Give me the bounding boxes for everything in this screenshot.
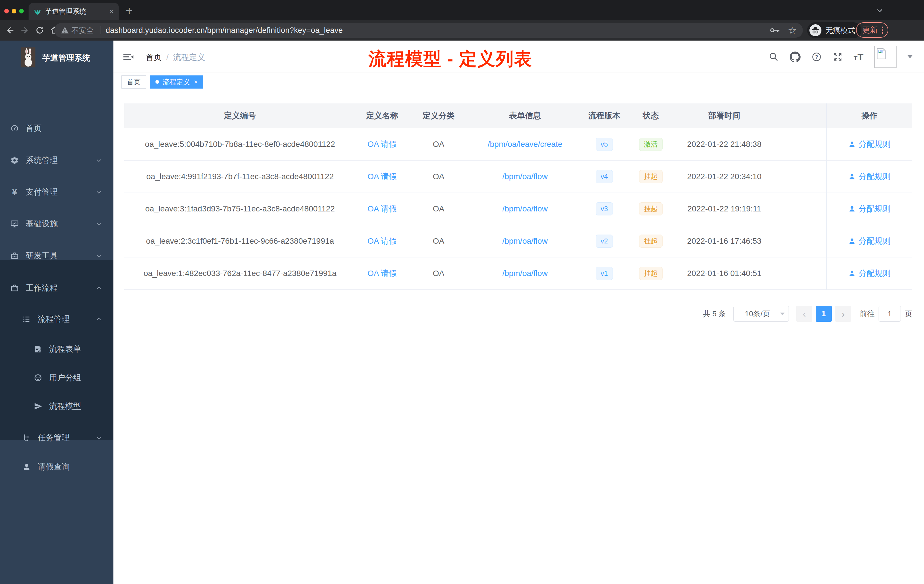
version-badge: v5 (596, 138, 612, 151)
tab-search-chevron-icon[interactable] (875, 6, 884, 15)
assign-rule-link[interactable]: 分配规则 (848, 139, 891, 150)
page-annotation: 流程模型 - 定义列表 (369, 47, 532, 71)
reload-icon[interactable] (35, 25, 45, 35)
sidebar-item-user-group[interactable]: 用户分组 (0, 370, 114, 386)
total-count: 共 5 条 (703, 309, 726, 319)
password-key-icon[interactable] (770, 26, 780, 35)
chevron-down-icon (95, 188, 102, 196)
github-icon[interactable] (790, 51, 800, 62)
col-header-id: 定义编号 (124, 110, 356, 121)
app-header: 首页 / 流程定义 流程模型 - 定义列表 ? TT (114, 41, 924, 73)
sidebar-item-task-management[interactable]: 任务管理 (0, 430, 114, 446)
col-header-deploy-time: 部署时间 (674, 110, 774, 121)
status-badge: 挂起 (639, 234, 663, 248)
help-icon[interactable]: ? (812, 52, 822, 62)
definition-category: OA (433, 204, 444, 213)
window-close-button[interactable] (4, 9, 9, 13)
search-icon[interactable] (769, 52, 779, 62)
chevron-up-icon (95, 284, 102, 292)
window-zoom-button[interactable] (19, 9, 24, 13)
definition-name-link[interactable]: OA 请假 (368, 139, 397, 150)
table-row: oa_leave:1:482ec033-762a-11ec-8477-a2380… (124, 257, 912, 290)
tab-close-icon[interactable]: × (109, 7, 114, 15)
yen-icon: ¥ (10, 188, 19, 196)
sidebar-item-infrastructure[interactable]: 基础设施 (0, 216, 114, 232)
page-size-select[interactable]: 10条/页 (733, 306, 789, 322)
browser-update-button[interactable]: 更新 (856, 22, 888, 38)
deploy-time: 2022-01-22 19:19:11 (687, 204, 761, 213)
tag-close-icon[interactable]: × (194, 78, 198, 86)
browser-tab[interactable]: 芋道管理系统 × (28, 3, 119, 20)
avatar-dropdown-caret-icon[interactable] (908, 55, 912, 58)
form-link[interactable]: /bpm/oa/flow (502, 204, 548, 213)
table-row: oa_leave:3:1fad3d93-7b75-11ec-a3c8-acde4… (124, 193, 912, 225)
url-text[interactable]: dashboard.yudao.iocoder.cn/bpm/manager/d… (106, 26, 343, 35)
col-header-category: 定义分类 (409, 110, 469, 121)
tag-home[interactable]: 首页 (121, 76, 146, 89)
goto-page-input[interactable] (879, 306, 901, 322)
version-badge: v1 (596, 267, 612, 280)
status-badge: 挂起 (639, 202, 663, 216)
definition-name-link[interactable]: OA 请假 (368, 171, 397, 182)
tag-process-definition[interactable]: 流程定义 × (150, 76, 203, 89)
definition-name-link[interactable]: OA 请假 (368, 236, 397, 247)
sidebar-item-process-model[interactable]: 流程模型 (0, 398, 114, 414)
definition-name-link[interactable]: OA 请假 (368, 203, 397, 214)
update-label[interactable]: 更新 (862, 25, 878, 35)
assign-rule-link[interactable]: 分配规则 (848, 236, 891, 247)
security-label[interactable]: 不安全 (71, 25, 94, 35)
breadcrumb-home[interactable]: 首页 (146, 52, 162, 63)
person-icon (22, 463, 31, 471)
sidebar-item-process-form[interactable]: 流程表单 (0, 341, 114, 357)
browser-menu-kebab-icon[interactable] (882, 26, 883, 34)
sidebar-logo[interactable]: 芋道管理系统 (0, 41, 114, 73)
svg-text:?: ? (815, 54, 818, 60)
user-icon (848, 238, 856, 245)
sidebar-item-leave-query[interactable]: 请假查询 (0, 459, 114, 475)
bookmark-star-icon[interactable]: ☆ (788, 25, 797, 36)
definition-category: OA (433, 269, 444, 278)
form-link[interactable]: /bpm/oa/flow (502, 269, 548, 278)
fullscreen-icon[interactable] (833, 52, 843, 62)
forward-icon[interactable] (20, 25, 30, 35)
user-group-icon (34, 373, 42, 382)
new-tab-button[interactable]: + (126, 4, 133, 18)
sidebar-item-system[interactable]: 系统管理 (0, 152, 114, 168)
definition-category: OA (433, 237, 444, 246)
toolbox-icon (10, 251, 19, 260)
assign-rule-link[interactable]: 分配规则 (848, 268, 891, 279)
tab-title: 芋道管理系统 (45, 7, 109, 16)
definition-category: OA (433, 172, 444, 181)
form-link[interactable]: /bpm/oa/flow (502, 237, 548, 246)
incognito-badge: 无痕模式 (807, 22, 861, 38)
next-page-button[interactable]: › (835, 306, 851, 322)
back-icon[interactable] (5, 25, 15, 35)
address-bar[interactable]: 不安全 dashboard.yudao.iocoder.cn/bpm/manag… (54, 23, 803, 38)
avatar[interactable] (874, 46, 897, 68)
deploy-time: 2022-01-22 20:34:10 (687, 172, 761, 181)
sidebar-item-process-management[interactable]: 流程管理 (0, 311, 114, 327)
definition-name-link[interactable]: OA 请假 (368, 268, 397, 279)
sidebar-item-devtools[interactable]: 研发工具 (0, 248, 114, 264)
user-icon (848, 173, 856, 180)
prev-page-button[interactable]: ‹ (796, 306, 812, 322)
form-link[interactable]: /bpm/oa/flow (502, 172, 548, 181)
assign-rule-link[interactable]: 分配规则 (848, 203, 891, 214)
col-header-version: 流程版本 (581, 110, 627, 121)
form-link[interactable]: /bpm/oa/leave/create (488, 140, 563, 149)
current-page-button[interactable]: 1 (816, 306, 832, 322)
window-minimize-button[interactable] (12, 9, 16, 13)
sidebar-item-payment[interactable]: ¥ 支付管理 (0, 184, 114, 200)
sidebar-collapse-icon[interactable] (123, 52, 134, 62)
sidebar-item-home[interactable]: 首页 (0, 120, 114, 136)
font-size-icon[interactable]: TT (854, 52, 863, 62)
sidebar-item-workflow[interactable]: 工作流程 (0, 280, 114, 296)
definition-id: oa_leave:1:482ec033-762a-11ec-8477-a2380… (144, 269, 336, 278)
assign-rule-link[interactable]: 分配规则 (848, 171, 891, 182)
user-icon (848, 270, 856, 277)
chevron-up-icon (95, 315, 102, 323)
security-warning-icon[interactable] (61, 26, 69, 35)
breadcrumb-current: 流程定义 (173, 52, 205, 63)
col-header-status: 状态 (627, 110, 674, 121)
logo-rabbit-avatar (21, 48, 35, 68)
